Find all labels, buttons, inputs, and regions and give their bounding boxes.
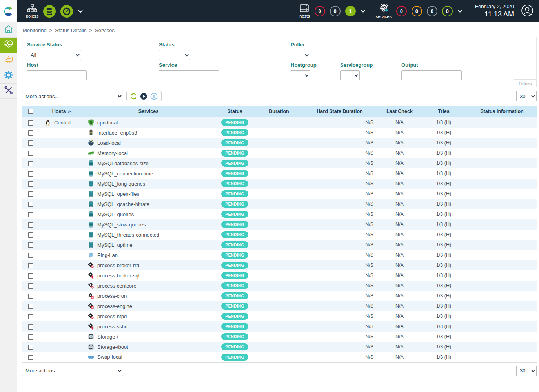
service-link[interactable]: MySQL_connection-time <box>97 171 153 177</box>
row-checkbox[interactable] <box>28 202 33 207</box>
sidebar-item-home[interactable] <box>0 22 17 38</box>
row-checkbox[interactable] <box>28 263 33 268</box>
row-checkbox[interactable] <box>28 283 33 289</box>
status-information-cell <box>467 342 537 352</box>
service-link[interactable]: cpu-local <box>97 120 118 126</box>
select-all-checkbox[interactable] <box>28 109 33 114</box>
service-link[interactable]: Interface- enp0s3 <box>97 130 137 136</box>
row-checkbox[interactable] <box>28 161 33 166</box>
host-input[interactable] <box>27 70 87 80</box>
row-checkbox[interactable] <box>28 171 33 177</box>
service-link[interactable]: MySQL_uptime <box>97 242 133 248</box>
row-checkbox[interactable] <box>28 304 33 309</box>
services-menu[interactable]: services <box>376 4 392 19</box>
play-icon[interactable] <box>140 92 148 100</box>
servicegroup-select[interactable] <box>340 70 360 80</box>
status-counter[interactable]: 0 <box>427 6 437 16</box>
status-counter[interactable]: 0 <box>396 6 407 16</box>
user-avatar-icon[interactable] <box>521 4 534 18</box>
status-counter[interactable]: 0 <box>442 6 453 16</box>
row-checkbox[interactable] <box>28 232 33 238</box>
hosts-menu[interactable]: hosts <box>299 4 310 18</box>
row-checkbox[interactable] <box>28 191 33 197</box>
service-link[interactable]: MySQL_open-files <box>97 191 139 197</box>
status-information-column-header[interactable]: Status information <box>467 106 537 117</box>
row-checkbox[interactable] <box>28 151 33 156</box>
filters-tab[interactable]: Filters <box>514 79 537 87</box>
row-checkbox[interactable] <box>28 253 33 258</box>
sidebar-item-monitoring[interactable] <box>0 38 17 53</box>
row-checkbox[interactable] <box>28 140 33 146</box>
service-link[interactable]: process-broker-sql <box>97 273 140 279</box>
status-counter[interactable]: 0 <box>315 6 325 16</box>
refresh-icon[interactable] <box>130 92 138 100</box>
tries-column-header[interactable]: Tries <box>420 106 467 117</box>
service-link[interactable]: Ping-Lan <box>97 252 118 258</box>
row-checkbox[interactable] <box>28 324 33 330</box>
host-link[interactable]: Central <box>54 120 71 126</box>
pause-icon[interactable] <box>150 92 158 100</box>
service-link[interactable]: process-cron <box>97 293 127 299</box>
service-link[interactable]: process-broker-rrd <box>97 263 139 268</box>
row-checkbox[interactable] <box>28 212 33 217</box>
service-link[interactable]: MySQL_qcache-hitrate <box>97 201 149 207</box>
service-link[interactable]: process-sshd <box>97 324 127 330</box>
service-input[interactable] <box>159 70 219 80</box>
last-check-column-header[interactable]: Last Check <box>379 106 420 117</box>
status-column-header[interactable]: Status <box>212 106 257 117</box>
breadcrumb-item[interactable]: Status Details <box>55 27 86 33</box>
service-link[interactable]: process-centcore <box>97 283 137 289</box>
more-actions-select[interactable]: More actions... <box>22 91 123 101</box>
service-link[interactable]: Storage-/boot <box>97 344 128 350</box>
sidebar-item-reporting[interactable] <box>0 53 17 68</box>
engine-status-icon[interactable] <box>60 5 73 18</box>
service-status-select[interactable]: All <box>27 50 81 60</box>
row-checkbox[interactable] <box>28 222 33 228</box>
service-link[interactable]: process-ntpd <box>97 314 127 319</box>
row-checkbox[interactable] <box>28 242 33 248</box>
service-link[interactable]: Storage-/ <box>97 334 118 340</box>
hosts-column-header[interactable]: Hosts <box>52 109 72 114</box>
breadcrumb-item[interactable]: Monitoring <box>23 27 47 33</box>
row-checkbox[interactable] <box>28 294 33 299</box>
service-link[interactable]: MySQL_queries <box>97 211 134 217</box>
status-select[interactable] <box>159 50 190 60</box>
output-input[interactable] <box>401 70 462 80</box>
page-size-select-bottom[interactable]: 30 <box>516 366 537 376</box>
row-checkbox[interactable] <box>28 355 33 360</box>
sidebar-item-configuration[interactable] <box>0 68 17 84</box>
duration-column-header[interactable]: Duration <box>257 106 300 117</box>
service-link[interactable]: MySQLdatabases-size <box>97 160 149 166</box>
breadcrumb-item[interactable]: Services <box>95 27 115 33</box>
chevron-down-icon[interactable] <box>78 9 83 13</box>
services-column-header[interactable]: Services <box>85 106 212 117</box>
chevron-down-icon[interactable] <box>457 9 463 13</box>
row-checkbox[interactable] <box>28 181 33 187</box>
row-checkbox[interactable] <box>28 273 33 279</box>
row-checkbox[interactable] <box>28 334 33 340</box>
poller-select[interactable] <box>291 50 310 60</box>
hard-state-duration-column-header[interactable]: Hard State Duration <box>300 106 379 117</box>
sidebar-item-administration[interactable] <box>0 84 17 99</box>
service-link[interactable]: MySQL_threads-connected <box>97 232 159 238</box>
row-checkbox[interactable] <box>28 314 33 319</box>
service-link[interactable]: Swap-local <box>97 354 122 360</box>
hostgroup-select[interactable] <box>291 70 310 80</box>
service-link[interactable]: MySQL_long-queries <box>97 181 145 187</box>
pollers-menu[interactable]: pollers <box>26 4 38 18</box>
more-actions-select-bottom[interactable]: More actions... <box>22 366 123 376</box>
page-size-select-top[interactable]: 30 <box>516 91 537 101</box>
service-link[interactable]: MySQL_slow-queries <box>97 222 146 228</box>
status-counter[interactable]: 0 <box>330 6 341 16</box>
row-checkbox[interactable] <box>28 120 33 126</box>
row-checkbox[interactable] <box>28 345 33 350</box>
status-counter[interactable]: 0 <box>412 6 422 16</box>
centreon-logo[interactable] <box>0 0 17 22</box>
row-checkbox[interactable] <box>28 130 33 136</box>
service-link[interactable]: Memory-local <box>97 150 128 156</box>
service-link[interactable]: Load-local <box>97 140 121 146</box>
status-counter[interactable]: 1 <box>345 6 356 16</box>
service-link[interactable]: process-engine <box>97 303 132 309</box>
chevron-down-icon[interactable] <box>361 9 366 13</box>
database-status-icon[interactable] <box>43 5 56 18</box>
